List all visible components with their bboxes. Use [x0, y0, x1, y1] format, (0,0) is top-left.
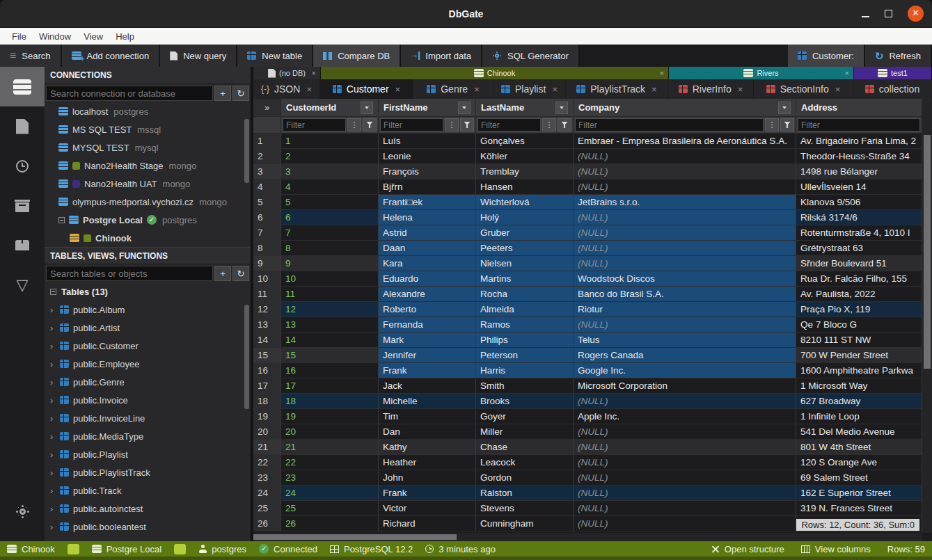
cell-company[interactable]: (NULL) — [574, 241, 796, 255]
table-item[interactable]: › public.Artist — [45, 319, 251, 337]
cell-lastname[interactable]: Smith — [476, 378, 574, 393]
cell-customerid[interactable]: 22 — [281, 455, 379, 470]
cell-firstname[interactable]: Fernanda — [379, 317, 476, 332]
cell-customerid[interactable]: 18 — [281, 394, 379, 408]
filter-funnel-icon[interactable] — [363, 118, 377, 131]
statusbar-item[interactable]: Postgre Local — [92, 544, 162, 554]
cell-customerid[interactable]: 13 — [281, 317, 379, 332]
toolbar-button[interactable]: Import data — [401, 45, 482, 67]
cell-customerid[interactable]: 24 — [281, 486, 379, 500]
horizontal-scrollbar[interactable] — [253, 533, 922, 541]
table-item[interactable]: › public.PlaylistTrack — [45, 463, 251, 481]
cell-company[interactable]: (NULL) — [574, 164, 796, 179]
tables-group[interactable]: Tables (13) — [45, 282, 251, 301]
menu-item[interactable]: View — [77, 31, 109, 42]
chevron-right-icon[interactable]: › — [50, 377, 56, 387]
chevron-right-icon[interactable]: › — [50, 504, 56, 514]
filter-input-firstname[interactable] — [380, 118, 443, 131]
cell-customerid[interactable]: 6 — [281, 210, 379, 225]
cell-company[interactable]: (NULL) — [574, 501, 796, 515]
cell-customerid[interactable]: 21 — [281, 440, 379, 454]
toolbar-right-button[interactable]: ↻ Refresh — [865, 45, 932, 67]
cell-firstname[interactable]: Heather — [379, 455, 476, 470]
add-connection-icon[interactable]: + — [214, 86, 231, 101]
connections-search-input[interactable] — [46, 86, 213, 101]
row-number[interactable]: 17 — [253, 378, 281, 393]
chevron-right-icon[interactable]: › — [50, 449, 56, 460]
cell-company[interactable]: Google Inc. — [574, 363, 796, 378]
row-number[interactable]: 1 — [253, 134, 281, 148]
cell-lastname[interactable]: Peeters — [476, 241, 574, 255]
cell-customerid[interactable]: 17 — [281, 378, 379, 393]
connection-item[interactable]: MS SQL TEST mssql — [45, 120, 251, 138]
cell-company[interactable]: (NULL) — [574, 256, 796, 271]
refresh-connections-icon[interactable]: ↻ — [232, 86, 249, 101]
table-item[interactable]: › public.Track — [45, 481, 251, 499]
menu-item[interactable]: Help — [109, 31, 141, 42]
cell-customerid[interactable]: 11 — [281, 287, 379, 301]
cell-company[interactable]: Embraer - Empresa Brasileira de Aeronáut… — [574, 134, 796, 148]
close-tab-icon[interactable]: × — [306, 84, 312, 95]
statusbar-right-item[interactable]: Rows: 59 — [887, 544, 925, 554]
table-item[interactable]: › public.Genre — [45, 373, 251, 391]
add-table-icon[interactable]: + — [214, 266, 231, 281]
tab[interactable]: SectionInfo × — [754, 79, 853, 99]
cell-firstname[interactable]: Michelle — [379, 394, 476, 408]
toolbar-button[interactable]: New table — [237, 45, 313, 67]
row-number[interactable]: 23 — [253, 470, 281, 485]
row-number[interactable]: 19 — [253, 409, 281, 424]
cell-firstname[interactable]: Richard — [379, 516, 476, 531]
cell-lastname[interactable]: Ramos — [476, 317, 574, 332]
cell-address[interactable]: 1498 rue Bélanger — [796, 164, 922, 179]
menu-item[interactable]: Window — [33, 31, 77, 42]
cell-address[interactable]: 700 W Pender Street — [796, 348, 922, 362]
tables-search-input[interactable] — [46, 266, 213, 281]
cell-company[interactable]: (NULL) — [574, 440, 796, 454]
cell-company[interactable]: (NULL) — [574, 516, 796, 531]
cell-firstname[interactable]: Mark — [379, 333, 476, 347]
cell-address[interactable]: 801 W 4th Street — [796, 440, 922, 454]
expand-all-icon[interactable]: » — [253, 99, 281, 117]
cell-customerid[interactable]: 10 — [281, 271, 379, 286]
row-number[interactable]: 18 — [253, 394, 281, 408]
cell-firstname[interactable]: François — [379, 164, 476, 179]
cell-firstname[interactable]: Luís — [379, 134, 476, 148]
chevron-right-icon[interactable]: › — [50, 305, 56, 315]
cell-company[interactable]: Telus — [574, 333, 796, 347]
row-number[interactable]: 5 — [253, 195, 281, 209]
cell-lastname[interactable]: Wichterlová — [476, 195, 574, 209]
cell-company[interactable]: (NULL) — [574, 317, 796, 332]
chevron-right-icon[interactable]: › — [50, 522, 56, 532]
cell-address[interactable]: 8210 111 ST NW — [796, 333, 922, 347]
cell-address[interactable]: Sřnder Boulevard 51 — [796, 256, 922, 271]
cell-lastname[interactable]: Köhler — [476, 149, 574, 163]
column-dropdown-icon[interactable] — [458, 102, 471, 114]
cell-company[interactable]: JetBrains s.r.o. — [574, 195, 796, 209]
collapse-icon[interactable] — [58, 217, 65, 223]
tab[interactable]: {-} JSON × — [253, 79, 320, 99]
row-number[interactable]: 16 — [253, 363, 281, 378]
cell-address[interactable]: Klanova 9/506 — [796, 195, 922, 209]
cell-firstname[interactable]: Helena — [379, 210, 476, 225]
cell-customerid[interactable]: 2 — [281, 149, 379, 163]
filter-menu-icon[interactable]: ⋮ — [347, 118, 361, 131]
cell-address[interactable]: Theodor-Heuss-Straße 34 — [796, 149, 922, 163]
activity-bar-item[interactable] — [0, 225, 45, 265]
statusbar-item[interactable] — [174, 544, 186, 554]
cell-lastname[interactable]: Rocha — [476, 287, 574, 301]
table-item[interactable]: › public.Playlist — [45, 445, 251, 463]
row-number[interactable]: 6 — [253, 210, 281, 225]
filter-menu-icon[interactable]: ⋮ — [445, 118, 459, 131]
cell-lastname[interactable]: Martins — [476, 271, 574, 286]
chevron-right-icon[interactable]: › — [50, 486, 56, 496]
cell-address[interactable]: Rilská 3174/6 — [796, 210, 922, 225]
activity-bar-item[interactable] — [0, 146, 45, 186]
row-number[interactable]: 10 — [253, 271, 281, 286]
minimize-icon[interactable] — [862, 16, 869, 17]
cell-address[interactable]: 1 Infinite Loop — [796, 409, 922, 424]
cell-customerid[interactable]: 26 — [281, 516, 379, 531]
chevron-right-icon[interactable]: › — [50, 413, 56, 424]
tab[interactable]: Playlist × — [493, 79, 566, 99]
activity-bar-item[interactable]: ▽ — [0, 265, 45, 305]
close-tab-icon[interactable]: × — [651, 84, 657, 95]
